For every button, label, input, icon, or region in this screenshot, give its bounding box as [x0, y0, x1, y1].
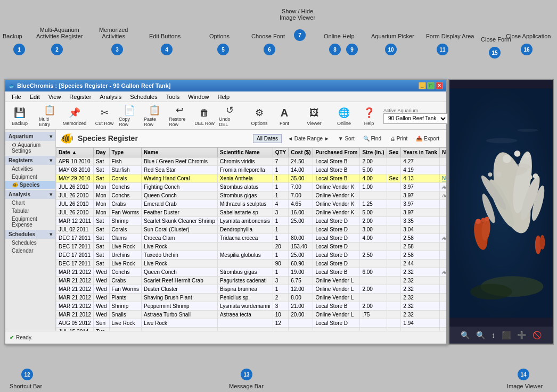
date-range-control[interactable]: ◄ Date Range ►: [285, 135, 332, 143]
col-date[interactable]: Date ▲: [56, 148, 94, 157]
sidebar-item-calendar[interactable]: Calendar: [5, 247, 55, 255]
status-icon: ✔: [10, 335, 14, 340]
toolbar-multi-entry-button[interactable]: 📋 Multi Entry: [37, 104, 62, 128]
menu-help[interactable]: Help: [213, 93, 234, 101]
sidebar-item-schedules[interactable]: Schedules: [5, 239, 55, 247]
table-cell: [387, 277, 401, 285]
toolbar-memorized-button[interactable]: 📌 Memorized: [62, 104, 87, 128]
export-control[interactable]: 📤 Export: [413, 135, 442, 143]
svg-point-26: [470, 284, 512, 299]
minimize-button[interactable]: _: [419, 82, 426, 89]
sidebar-item-tabular[interactable]: Tabular: [5, 207, 55, 215]
iv-remove-button[interactable]: 🚫: [530, 330, 544, 340]
toolbar-viewer-button[interactable]: 🖼 Viewer: [302, 104, 326, 128]
table-row[interactable]: MAR 12 2011SatShrimpScarlet Skunk Cleane…: [56, 217, 447, 226]
menu-view[interactable]: View: [44, 93, 65, 101]
menu-schedules[interactable]: Schedules: [126, 93, 161, 101]
sidebar-header-registers[interactable]: Registers ▾: [5, 156, 55, 165]
table-cell: 4.27: [401, 157, 440, 166]
col-notes[interactable]: Notes: [440, 148, 446, 157]
toolbar-options-button[interactable]: ⚙ Options: [247, 104, 272, 128]
print-control[interactable]: 🖨 Print: [387, 135, 410, 143]
col-purchased[interactable]: Purchased From: [313, 148, 360, 157]
col-sex[interactable]: Sex: [387, 148, 401, 157]
maximize-button[interactable]: □: [427, 82, 435, 89]
sidebar-item-equipment[interactable]: Equipment: [5, 173, 55, 181]
table-row[interactable]: JUL 02 2011SatCoralsSun Coral (Cluster)D…: [56, 226, 447, 234]
table-row[interactable]: JUL 26 2010MonConchsFighting ConchStromb…: [56, 183, 447, 191]
iv-add-button[interactable]: ➕: [515, 330, 528, 340]
table-cell: MAR 21 2012: [56, 268, 94, 277]
toolbar-paste-button[interactable]: 📋 Paste Row: [142, 104, 167, 128]
sidebar-item-species[interactable]: 🐠 Species: [5, 181, 55, 189]
toolbar-restore-button[interactable]: ↩ Restore Row: [167, 104, 192, 128]
toolbar-help-button[interactable]: ❓ Help: [357, 104, 381, 128]
table-row[interactable]: MAR 21 2012WedCrabsScarlet Reef Hermit C…: [56, 277, 447, 285]
table-row[interactable]: MAR 21 2012WedShrimpPeppermint ShrimpLys…: [56, 302, 447, 311]
menu-file[interactable]: File: [7, 93, 26, 101]
table-cell: Duster Cluster: [142, 285, 218, 294]
iv-fit-button[interactable]: ↕: [489, 330, 497, 340]
table-row[interactable]: JUL 26 2010MonConchsQueen ConchStrombus …: [56, 191, 447, 200]
menu-window[interactable]: Window: [184, 93, 213, 101]
table-row[interactable]: DEC 17 2011SatUrchinsTuxedo UrchinMespil…: [56, 251, 447, 260]
table-row[interactable]: MAY 29 2010SatCoralsWaving Hand CoralXen…: [56, 174, 447, 183]
col-years[interactable]: Years in Tank: [401, 148, 440, 157]
sidebar-item-activities[interactable]: Activities: [5, 165, 55, 173]
table-row[interactable]: JUL 26 2010MonCrabsEmerald CrabMithracul…: [56, 200, 447, 208]
col-size[interactable]: Size (in.): [360, 148, 387, 157]
toolbar-cut-button[interactable]: ✂ Cut Row: [92, 104, 117, 128]
table-row[interactable]: AUG 05 2012SunLive RockLive Rock12Local …: [56, 319, 447, 328]
table-row[interactable]: APR 10 2010SatFishBlue / Green Reef Chro…: [56, 157, 447, 166]
table-cell: 4: [273, 200, 289, 208]
toolbar-undo-button[interactable]: ↺ Undo DEL: [217, 104, 242, 128]
table-row[interactable]: MAR 21 2012WedPlantsShaving Brush PlantP…: [56, 294, 447, 302]
data-table[interactable]: Date ▲ Day Type Name Scientific Name QTY…: [56, 147, 446, 331]
toolbar-del-button[interactable]: 🗑 DEL Row: [192, 104, 217, 128]
close-button[interactable]: ✕: [436, 82, 443, 89]
toolbar-online-button[interactable]: 🌐 Online: [332, 104, 356, 128]
table-cell: Sat: [94, 243, 109, 251]
toolbar-font-button[interactable]: A Font: [272, 104, 297, 128]
col-name[interactable]: Name: [142, 148, 218, 157]
col-type[interactable]: Type: [109, 148, 142, 157]
iv-zoom-in-button[interactable]: 🔍: [458, 330, 472, 340]
menu-register[interactable]: Register: [65, 93, 95, 101]
sidebar-header-schedules[interactable]: Schedules ▾: [5, 230, 55, 239]
aquarium-picker-select[interactable]: 90 Gallon Reef Tank: [383, 113, 448, 124]
find-control[interactable]: 🔍 Find: [361, 135, 384, 143]
sidebar-header-aquarium[interactable]: Aquarium ▾: [5, 132, 55, 141]
table-cell: [360, 243, 387, 251]
table-cell: DEC 17 2011: [56, 234, 94, 243]
table-row[interactable]: MAR 21 2012WedSnailsAstraea Turbo SnailA…: [56, 311, 447, 319]
copy-label: Copy Row: [119, 116, 140, 127]
col-qty[interactable]: QTY: [273, 148, 289, 157]
sidebar-item-chart[interactable]: Chart: [5, 199, 55, 207]
table-cell: 25.00: [289, 251, 313, 260]
table-row[interactable]: JUL 26 2010MonFan WormsFeather DusterSab…: [56, 208, 447, 217]
col-day[interactable]: Day: [94, 148, 109, 157]
sidebar-item-aquarium-settings[interactable]: ⚙ Aquarium Settings: [5, 141, 55, 155]
table-cell: 1: [273, 234, 289, 243]
menu-tools[interactable]: Tools: [162, 93, 184, 101]
table-row[interactable]: MAR 21 2012WedFan WormsDuster ClusterBis…: [56, 285, 447, 294]
col-scientific[interactable]: Scientific Name: [218, 148, 273, 157]
iv-zoom-out-button[interactable]: 🔍: [474, 330, 487, 340]
toolbar-copy-button[interactable]: 📄 Copy Row: [117, 104, 142, 128]
online-label: Online: [337, 121, 351, 126]
toolbar-backup-button[interactable]: 💾 Backup: [7, 104, 32, 128]
menu-analysis[interactable]: Analysis: [95, 93, 126, 101]
iv-actual-button[interactable]: ⬛: [499, 330, 513, 340]
sidebar-header-analysis[interactable]: Analysis ▾: [5, 190, 55, 199]
table-row[interactable]: DEC 17 2011SatClamsCrocea ClamTridacna c…: [56, 234, 447, 243]
menu-edit[interactable]: Edit: [26, 93, 44, 101]
sidebar-item-equipment-expense[interactable]: Equipment Expense: [5, 215, 55, 229]
table-row[interactable]: JUL 15 2014Tue😊🌐: [56, 328, 447, 331]
sort-control[interactable]: ▼ Sort: [335, 135, 357, 143]
table-row[interactable]: MAY 08 2010SatStarfishRed Sea StarFromia…: [56, 166, 447, 174]
table-row[interactable]: MAR 21 2012WedConchsQueen ConchStrombus …: [56, 268, 447, 277]
table-row[interactable]: DEC 17 2011SatLive RockLive Rock20153.40…: [56, 243, 447, 251]
svg-point-11: [533, 173, 538, 179]
table-row[interactable]: DEC 17 2011SatLive RockLive Rock9060.90L…: [56, 260, 447, 268]
col-cost[interactable]: Cost ($): [289, 148, 313, 157]
